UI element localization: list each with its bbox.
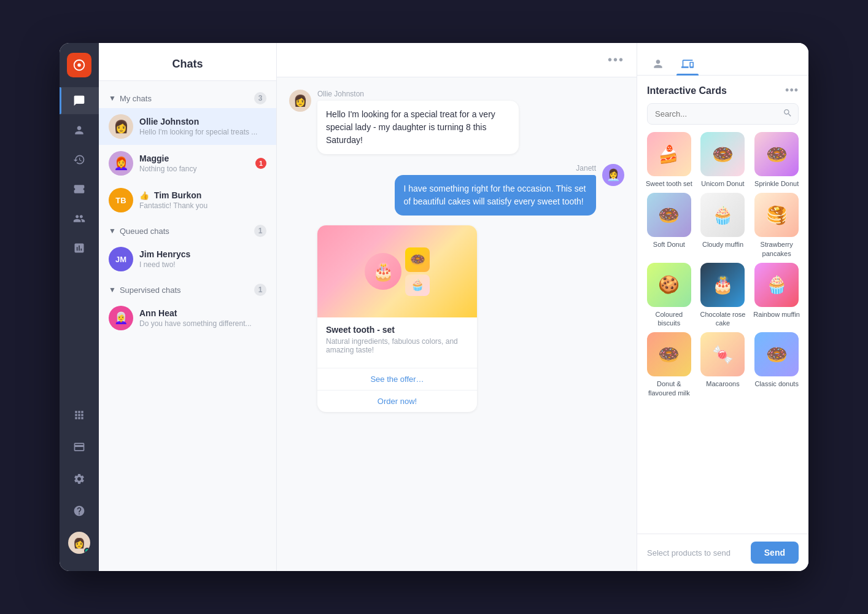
card-image-inner: 🎂 🍩 🧁 (317, 225, 477, 317)
rp-footer-label: Select products to send (647, 548, 730, 558)
send-button[interactable]: Send (751, 542, 799, 564)
svg-point-0 (77, 63, 81, 67)
avatar-ollie: 👩 (109, 114, 133, 139)
chat-list-title: Chats (111, 58, 264, 71)
product-card-unicorn[interactable]: 🍩Unicorn Donut (699, 132, 748, 188)
card-image: 🎂 🍩 🧁 (317, 225, 477, 317)
chevron-icon: ▼ (109, 94, 116, 103)
product-label-sprinkle: Sprinkle Donut (754, 179, 799, 188)
chat-item-ann[interactable]: 👩‍🦳 Ann Heat Do you have something diffe… (99, 300, 276, 336)
chat-item-maggie[interactable]: 👩‍🦰 Maggie Nothing too fancy 1 (99, 145, 276, 182)
app-window: 👩 Chats ▼ My chats 3 👩 Ollie John (60, 43, 808, 571)
product-img-unicorn: 🍩 (700, 132, 745, 176)
sidebar-nav (60, 87, 99, 399)
product-img-cloudy: 🧁 (700, 193, 745, 237)
chat-options-button[interactable]: ••• (608, 53, 624, 67)
rp-title: Interactive Cards (647, 85, 785, 96)
section-my-chats[interactable]: ▼ My chats 3 (99, 86, 276, 108)
product-label-strawberry: Strawberry pancakes (752, 240, 801, 258)
sidebar-item-team[interactable] (60, 205, 99, 232)
section-queued-chats[interactable]: ▼ Queued chats 1 (99, 219, 276, 241)
product-img-classic: 🍩 (754, 332, 799, 376)
section-count-my-chats: 3 (254, 92, 266, 104)
chat-preview-ann: Do you have something different... (139, 319, 266, 328)
section-count-queued: 1 (254, 225, 266, 237)
product-card-coloured[interactable]: 🍪Coloured biscuits (645, 263, 694, 328)
product-img-strawberry: 🥞 (754, 193, 799, 237)
msg-bubble-janett: I have something right for the occasion.… (395, 175, 596, 216)
msg-avatar-janett: 👩‍💼 (602, 164, 624, 186)
online-indicator (84, 548, 90, 554)
chat-preview-jim: I need two! (139, 260, 266, 269)
product-card-choc-rose[interactable]: 🎂Chocolate rose cake (699, 263, 748, 328)
chat-item-ollie[interactable]: 👩 Ollie Johnston Hello I'm looking for s… (99, 108, 276, 145)
sidebar-item-billing[interactable] (68, 433, 90, 460)
msg-content-ollie: Ollie Johnston Hello I'm looking for a s… (317, 90, 519, 154)
card-see-offer[interactable]: See the offer… (317, 368, 477, 390)
product-img-soft-donut: 🍩 (647, 193, 691, 237)
search-input[interactable] (647, 103, 799, 125)
tab-cards[interactable] (676, 53, 699, 75)
search-box (647, 103, 799, 125)
chat-header: ••• (277, 43, 637, 77)
sidebar-item-help[interactable] (68, 497, 90, 524)
product-label-macaroons: Macaroons (706, 379, 739, 388)
chat-preview-tim: Fantastic! Thank you (139, 201, 266, 210)
chat-info-ann: Ann Heat Do you have something different… (139, 308, 266, 328)
product-card-cloudy[interactable]: 🧁Cloudy muffin (699, 193, 748, 258)
sidebar-item-analytics[interactable] (60, 235, 99, 262)
product-card-classic[interactable]: 🍩Classic donuts (752, 332, 801, 397)
product-label-rainbow: Rainbow muffin (753, 310, 800, 319)
product-card-sweet-tooth[interactable]: 🍰Sweet tooth set (645, 132, 694, 188)
chat-info-maggie: Maggie Nothing too fancy (139, 154, 249, 173)
chat-info-tim: 👍 Tim Burkon Fantastic! Thank you (139, 190, 266, 210)
product-card-soft-donut[interactable]: 🍩Soft Donut (645, 193, 694, 258)
section-supervised-chats[interactable]: ▼ Supervised chats 1 (99, 278, 276, 300)
right-panel: Interactive Cards ••• 🍰Sweet tooth set🍩U… (637, 43, 808, 571)
product-label-choc-rose: Chocolate rose cake (699, 310, 748, 328)
product-label-unicorn: Unicorn Donut (701, 179, 744, 188)
product-card-macaroons[interactable]: 🍬Macaroons (699, 332, 748, 397)
search-icon (783, 108, 792, 120)
product-img-coloured: 🍪 (647, 263, 691, 307)
sidebar-item-contacts[interactable] (60, 117, 99, 144)
product-label-soft-donut: Soft Donut (653, 240, 685, 249)
chat-name-ann: Ann Heat (139, 308, 266, 318)
product-card-rainbow[interactable]: 🧁Rainbow muffin (752, 263, 801, 328)
tab-profile[interactable] (647, 53, 669, 75)
avatar-jim: JM (109, 247, 133, 271)
msg-content-janett: Janett I have something right for the oc… (395, 164, 596, 216)
chat-name-maggie: Maggie (139, 154, 249, 163)
chat-item-jim[interactable]: JM Jim Henrycs I need two! (99, 241, 276, 278)
message-card: 🎂 🍩 🧁 Sweet tooth - set Natural ingredie… (289, 225, 624, 412)
chat-preview-maggie: Nothing too fancy (139, 165, 249, 173)
chat-preview-ollie: Hello I'm looking for special treats ... (139, 128, 266, 136)
sidebar-item-settings[interactable] (68, 465, 90, 492)
product-img-choc-rose: 🎂 (700, 263, 745, 307)
product-img-sprinkle: 🍩 (754, 132, 799, 176)
product-card-donut-milk[interactable]: 🍩Donut & flavoured milk (645, 332, 694, 397)
msg-sender-janett: Janett (395, 164, 596, 173)
right-panel-tabs (637, 43, 808, 76)
message-janett: 👩‍💼 Janett I have something right for th… (289, 164, 624, 216)
message-ollie: 👩 Ollie Johnston Hello I'm looking for a… (289, 90, 624, 154)
avatar-maggie: 👩‍🦰 (109, 151, 133, 176)
chat-name-tim: 👍 Tim Burkon (139, 190, 266, 200)
card-order-now[interactable]: Order now! (317, 391, 477, 412)
app-logo[interactable] (67, 53, 91, 77)
user-avatar-container[interactable]: 👩 (68, 529, 90, 556)
sidebar-item-chat[interactable] (60, 87, 99, 114)
chat-item-tim[interactable]: TB 👍 Tim Burkon Fantastic! Thank you (99, 182, 276, 219)
product-card-sprinkle[interactable]: 🍩Sprinkle Donut (752, 132, 801, 188)
rp-options-button[interactable]: ••• (785, 84, 799, 97)
chat-list-panel: Chats ▼ My chats 3 👩 Ollie Johnston Hell… (99, 43, 277, 571)
sidebar-item-tickets[interactable] (60, 176, 99, 203)
product-card-strawberry[interactable]: 🥞Strawberry pancakes (752, 193, 801, 258)
chat-list-header: Chats (99, 43, 276, 81)
msg-bubble-ollie: Hello I'm looking for a special treat fo… (317, 101, 519, 154)
card-desc: Natural ingredients, fabulous colors, an… (326, 337, 468, 354)
chevron-icon-queued: ▼ (109, 227, 116, 235)
sidebar-item-history[interactable] (60, 146, 99, 173)
product-label-cloudy: Cloudy muffin (702, 240, 743, 249)
sidebar-item-apps[interactable] (68, 402, 90, 429)
